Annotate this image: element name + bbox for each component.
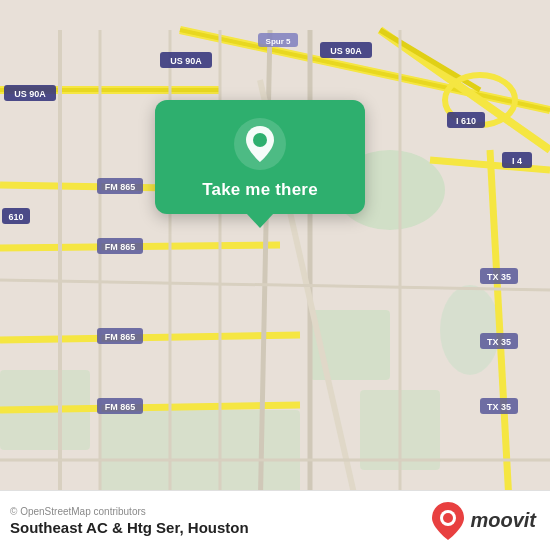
svg-point-61 [443, 513, 453, 523]
svg-text:FM 865: FM 865 [105, 242, 136, 252]
svg-line-18 [0, 335, 300, 340]
location-pin-icon [234, 118, 286, 170]
svg-text:FM 865: FM 865 [105, 332, 136, 342]
svg-text:I 610: I 610 [456, 116, 476, 126]
map-background: US 90A US 90A US 90A Spur 5 I 610 I 4 FM… [0, 0, 550, 550]
svg-text:US 90A: US 90A [330, 46, 362, 56]
svg-text:TX 35: TX 35 [487, 402, 511, 412]
attribution-text: © OpenStreetMap contributors [10, 506, 249, 517]
svg-text:I 4: I 4 [512, 156, 522, 166]
map-container: US 90A US 90A US 90A Spur 5 I 610 I 4 FM… [0, 0, 550, 550]
moovit-pin-icon [432, 502, 464, 540]
moovit-brand-text: moovit [470, 509, 536, 532]
popup-card: Take me there [155, 100, 365, 214]
location-name: Southeast AC & Htg Ser, Houston [10, 519, 249, 536]
svg-point-6 [440, 285, 500, 375]
bottom-left-info: © OpenStreetMap contributors Southeast A… [10, 506, 249, 536]
svg-point-59 [253, 133, 267, 147]
bottom-bar: © OpenStreetMap contributors Southeast A… [0, 490, 550, 550]
svg-text:Spur 5: Spur 5 [266, 37, 291, 46]
svg-text:FM 865: FM 865 [105, 182, 136, 192]
svg-text:US 90A: US 90A [170, 56, 202, 66]
svg-text:TX 35: TX 35 [487, 272, 511, 282]
svg-text:US 90A: US 90A [14, 89, 46, 99]
take-me-there-button[interactable]: Take me there [202, 180, 318, 200]
svg-text:610: 610 [8, 212, 23, 222]
svg-line-19 [0, 405, 300, 410]
svg-text:TX 35: TX 35 [487, 337, 511, 347]
moovit-logo: moovit [432, 502, 536, 540]
svg-text:FM 865: FM 865 [105, 402, 136, 412]
